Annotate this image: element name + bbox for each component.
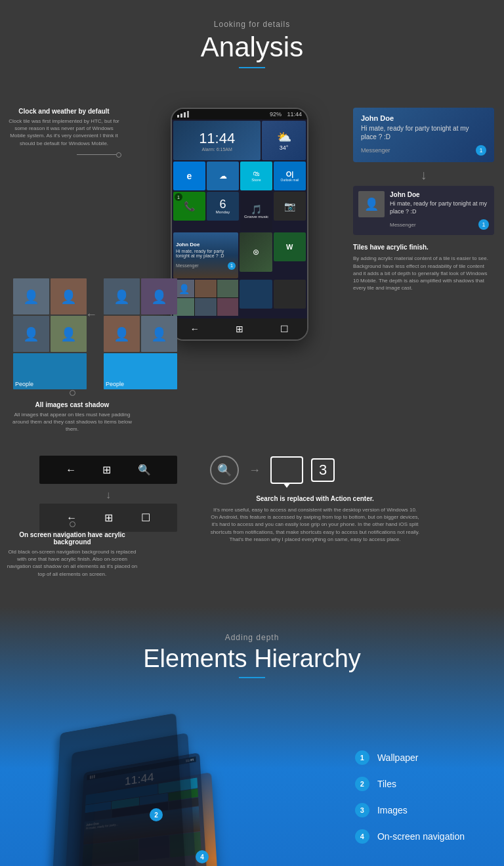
tile-store[interactable]: 🛍 Store: [240, 162, 272, 190]
notif-name-2: John Doe: [390, 191, 489, 198]
video-icon: 📷: [284, 201, 295, 211]
people-label-before: People: [15, 381, 33, 387]
search-circle: 🔍: [210, 456, 239, 485]
notif-name-1: John Doe: [361, 114, 486, 122]
acrylic-title: Tiles have acrylic finish.: [353, 243, 494, 252]
shadow-dot: [70, 390, 75, 396]
hierarchy-label: Adding depth: [0, 633, 504, 642]
groove-icon: 🎵: [251, 204, 262, 215]
nav-down-arrow: ↓: [39, 489, 177, 501]
people-cell-2: [195, 280, 216, 297]
layer-nav: ← ⊞ ☐: [51, 713, 188, 866]
nav-dot: [70, 521, 75, 527]
people-wide-after: People: [104, 353, 177, 389]
legend-item-3: 3 Images: [355, 803, 465, 817]
phone-icon: 📞: [184, 201, 195, 211]
tile-weather[interactable]: ⛅ 34°: [262, 121, 306, 160]
clock-alarm: Alarm: 6:15AM: [202, 147, 232, 152]
hierarchy-legend: 1 Wallpaper 2 Tiles 3 Images 4 On-screen…: [355, 750, 465, 855]
search-annotation: Search is replaced with Action center. I…: [210, 494, 420, 543]
tile-outlook[interactable]: O| Outlook mail: [274, 162, 306, 190]
battery-pct: 92%: [270, 111, 282, 118]
analysis-title: Analysis: [0, 32, 504, 63]
legend-label-4: On-screen navigation: [377, 831, 465, 842]
messenger-name: John Doe: [176, 242, 236, 248]
action-icons-row: 3: [270, 456, 335, 484]
notif-badge-1: 1: [476, 145, 486, 156]
notification-card-2: 👤 John Doe Hi mate, ready for party toni…: [353, 186, 494, 235]
people-avatar-7: 👤: [104, 316, 140, 352]
clock-annotation: Clock and weather by default Clock tile …: [7, 108, 121, 158]
nav-windows-icon[interactable]: ⊞: [236, 324, 243, 334]
tile-clock[interactable]: 11:44 Alarm: 6:15AM: [173, 121, 261, 160]
signal-bar-1: [177, 115, 179, 118]
outlook-icon: O|: [286, 170, 294, 178]
search-title: Search is replaced with Action center.: [210, 494, 420, 504]
acrylic-text: By adding acrylic material content of a …: [353, 255, 494, 292]
nav-search-icon[interactable]: ☐: [280, 324, 289, 334]
tile-edge[interactable]: e: [173, 162, 205, 190]
analysis-content: Clock and weather by default Clock tile …: [0, 88, 504, 580]
iso-phone-container: ▐▐▐ 11:44 11:44: [33, 704, 262, 866]
store-icon: 🛍: [253, 170, 260, 177]
people-wide-before: People: [13, 353, 87, 389]
tile-misc-1[interactable]: [240, 280, 272, 309]
tile-video[interactable]: 📷: [274, 192, 306, 221]
edge-icon: e: [187, 171, 192, 181]
notif-msg-1: Hi mate, ready for party tonight at my p…: [361, 124, 486, 141]
people-grid-after: 👤 👤 👤 👤 People: [104, 278, 177, 389]
phone-nav: ← ⊞ ☐: [172, 318, 307, 339]
people-cell-6: [217, 298, 238, 316]
notif-msg-2: Hi mate, ready for party tonight at my p…: [390, 200, 489, 215]
tile-groove[interactable]: 🎵 Groove music: [240, 192, 272, 231]
people-grid-before: 👤 👤 👤 👤 People: [13, 278, 87, 389]
notif-app-1: Messenger: [361, 147, 390, 154]
tile-onedrive[interactable]: ☁: [207, 162, 239, 190]
action-speech-bubble-icon: [270, 456, 303, 484]
new-nav-action: ☐: [141, 511, 150, 524]
onedrive-icon: ☁: [219, 171, 227, 181]
phone-tiles: 11:44 Alarm: 6:15AM ⛅ 34° e ☁: [172, 119, 307, 318]
tile-phone[interactable]: 📞 1: [173, 192, 205, 221]
signal-bar-2: [180, 114, 182, 118]
tile-word[interactable]: W: [274, 232, 306, 261]
people-avatar-3: 👤: [13, 316, 49, 352]
notif-footer-1: Messenger 1: [361, 145, 486, 156]
connector-line: [77, 154, 116, 155]
analysis-label: Looking for details: [0, 20, 504, 29]
legend-num-3: 3: [355, 803, 369, 817]
notification-card-1: John Doe Hi mate, ready for party tonigh…: [353, 108, 494, 162]
tile-xbox[interactable]: ⊛: [240, 232, 272, 272]
search-magnifier-icon: 🔍: [217, 463, 232, 477]
legend-item-2: 2 Tiles: [355, 777, 465, 791]
nav-back-icon[interactable]: ←: [190, 324, 200, 334]
notification-area: John Doe Hi mate, ready for party tonigh…: [353, 108, 494, 292]
notif-avatar-2: 👤: [358, 191, 385, 217]
connector-dot: [116, 152, 121, 158]
legend-item-4: 4 On-screen navigation: [355, 829, 465, 844]
search-text: It's more useful, easy to access and con…: [210, 506, 420, 543]
phone-badge: 1: [175, 193, 182, 201]
people-tiles-after: 👤 👤 👤 👤 People: [104, 278, 177, 389]
groove-label: Groove music: [244, 215, 268, 219]
action-center-section: 🔍 → 3 Search is replaced with Action cen…: [210, 456, 420, 543]
store-label: Store: [251, 178, 261, 182]
tile-row-4: John Doe Hi mate, ready for party tonigh…: [173, 232, 306, 278]
xbox-icon: ⊛: [253, 248, 259, 257]
acrylic-annotation: Tiles have acrylic finish. By adding acr…: [353, 243, 494, 292]
tile-misc-2[interactable]: [274, 280, 306, 309]
tile-row-1: 11:44 Alarm: 6:15AM ⛅ 34°: [173, 121, 306, 160]
tile-people[interactable]: 👤: [173, 280, 238, 316]
clock-annotation-title: Clock and weather by default: [7, 108, 121, 115]
analysis-section: Looking for details Analysis Clock and w…: [0, 0, 504, 607]
nav-title: On screen navigation have acrylic backgr…: [7, 531, 138, 546]
tile-calendar[interactable]: 6 Monday: [207, 192, 239, 221]
hierarchy-content: ▐▐▐ 11:44 11:44: [0, 698, 504, 866]
analysis-underline: [239, 67, 265, 68]
nav-text: Old black on-screen navigation backgroun…: [7, 548, 138, 578]
signal-bar-4: [187, 111, 189, 118]
weather-temp: 34°: [280, 144, 289, 151]
legend-label-3: Images: [377, 805, 408, 815]
notif-app-2: Messenger: [390, 222, 416, 228]
tile-messenger[interactable]: John Doe Hi mate, ready for party tonigh…: [173, 232, 238, 278]
